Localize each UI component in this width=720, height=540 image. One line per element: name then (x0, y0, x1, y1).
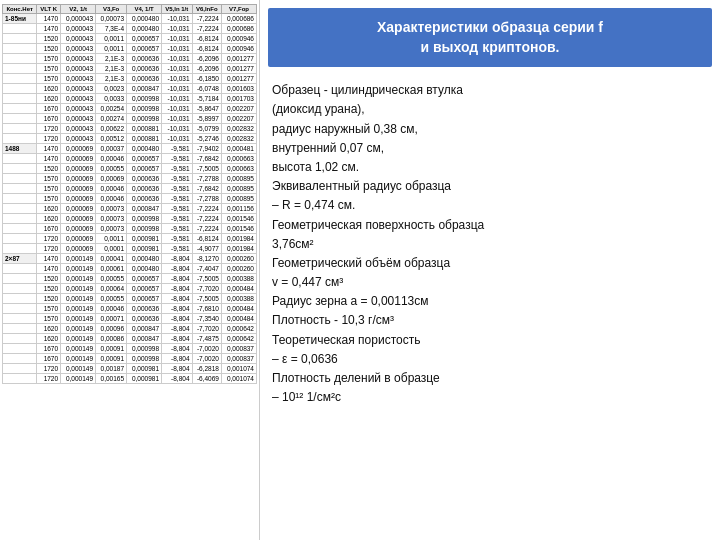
table-cell: 0,001277 (221, 64, 256, 74)
table-cell: 0,002207 (221, 114, 256, 124)
table-row: 15700,0000690,000460,000636-9,581-7,2788… (3, 194, 257, 204)
table-cell: -7,0020 (192, 344, 221, 354)
table-cell: 0,0023 (96, 84, 127, 94)
table-cell: -10,031 (162, 94, 192, 104)
col-header-v4: V4, 1/T (127, 5, 162, 14)
table-row: 15700,0000690,000460,000636-9,581-7,6842… (3, 184, 257, 194)
table-cell: 0,000636 (127, 304, 162, 314)
row-group-id (3, 324, 37, 334)
col-header-v5: V5,ln 1/t (162, 5, 192, 14)
table-cell: 0,000663 (221, 164, 256, 174)
row-group-id (3, 134, 37, 144)
description-line: Эквивалентный радиус образца (272, 177, 708, 196)
col-header-v3: V3,Fo (96, 5, 127, 14)
table-cell: 1720 (37, 134, 61, 144)
table-cell: 1520 (37, 34, 61, 44)
table-cell: 0,001603 (221, 84, 256, 94)
table-cell: 0,000069 (61, 154, 96, 164)
table-cell: 0,000998 (127, 114, 162, 124)
description-line: Плотность делений в образце (272, 369, 708, 388)
table-cell: -7,2224 (192, 224, 221, 234)
table-cell: -7,3540 (192, 314, 221, 324)
table-cell: 0,000481 (221, 144, 256, 154)
table-cell: 0,000388 (221, 294, 256, 304)
description-line: Образец - цилиндрическая втулка (272, 81, 708, 100)
table-cell: -9,581 (162, 154, 192, 164)
table-cell: 0,00046 (96, 304, 127, 314)
row-group-id (3, 234, 37, 244)
table-cell: 1720 (37, 374, 61, 384)
table-cell: 0,000043 (61, 74, 96, 84)
table-cell: -7,4047 (192, 264, 221, 274)
table-cell: 1570 (37, 314, 61, 324)
table-row: 14700,0001490,000610,000480-8,804-7,4047… (3, 264, 257, 274)
table-cell: 0,001156 (221, 204, 256, 214)
table-cell: 0,00091 (96, 344, 127, 354)
table-cell: 0,000636 (127, 74, 162, 84)
table-cell: 0,000636 (127, 64, 162, 74)
col-header-v2: V2, 1/t (61, 5, 96, 14)
table-cell: -7,6810 (192, 304, 221, 314)
row-group-id (3, 44, 37, 54)
table-cell: -7,2788 (192, 194, 221, 204)
table-cell: 2,1E-3 (96, 64, 127, 74)
col-header-v7: V7,Fop (221, 5, 256, 14)
table-cell: 0,000149 (61, 284, 96, 294)
table-row: 1-85ни14700,0000430,000730,000480-10,031… (3, 14, 257, 24)
table-cell: 0,00037 (96, 144, 127, 154)
table-cell: 0,000663 (221, 154, 256, 164)
table-cell: 0,000069 (61, 144, 96, 154)
table-cell: 0,000480 (127, 144, 162, 154)
table-cell: 0,000636 (127, 174, 162, 184)
table-cell: 0,000837 (221, 354, 256, 364)
row-group-id (3, 94, 37, 104)
row-group-id (3, 74, 37, 84)
table-cell: 0,001277 (221, 54, 256, 64)
table-row: 17200,0000430,005120,000881-10,031-5,274… (3, 134, 257, 144)
table-cell: -8,804 (162, 274, 192, 284)
row-group-id (3, 304, 37, 314)
table-row: 17200,0000690,00110,000981-9,581-6,81240… (3, 234, 257, 244)
table-cell: -6,2096 (192, 54, 221, 64)
table-cell: 1520 (37, 164, 61, 174)
table-cell: -9,581 (162, 234, 192, 244)
table-cell: 0,000657 (127, 164, 162, 174)
table-cell: 0,000847 (127, 204, 162, 214)
table-cell: -8,1270 (192, 254, 221, 264)
table-cell: 1670 (37, 104, 61, 114)
table-cell: -7,2224 (192, 14, 221, 24)
table-cell: 0,000881 (127, 124, 162, 134)
table-cell: -7,2224 (192, 24, 221, 34)
table-cell: 0,000043 (61, 14, 96, 24)
table-cell: 0,0001 (96, 244, 127, 254)
table-cell: 0,00071 (96, 314, 127, 324)
table-cell: 0,001546 (221, 224, 256, 234)
table-cell: -6,1850 (192, 74, 221, 84)
table-cell: 0,000480 (127, 24, 162, 34)
table-row: 15700,0000432,1E-30,000636-10,031-6,2096… (3, 54, 257, 64)
table-cell: 7,3E-4 (96, 24, 127, 34)
table-cell: -7,5005 (192, 164, 221, 174)
table-cell: 0,000043 (61, 44, 96, 54)
table-cell: 0,000686 (221, 14, 256, 24)
table-cell: -8,804 (162, 304, 192, 314)
table-cell: 0,001984 (221, 244, 256, 254)
table-cell: 0,000480 (127, 14, 162, 24)
table-cell: 0,00622 (96, 124, 127, 134)
table-cell: 0,000069 (61, 164, 96, 174)
table-cell: 0,00073 (96, 214, 127, 224)
table-cell: -8,804 (162, 254, 192, 264)
table-cell: 1570 (37, 304, 61, 314)
table-cell: 0,00064 (96, 284, 127, 294)
table-cell: 0,000149 (61, 354, 96, 364)
table-cell: 1520 (37, 274, 61, 284)
table-cell: 0,000998 (127, 104, 162, 114)
table-cell: 1620 (37, 324, 61, 334)
table-cell: -7,2788 (192, 174, 221, 184)
row-group-id (3, 104, 37, 114)
table-cell: 1470 (37, 14, 61, 24)
table-row: 17200,0001490,001870,000981-8,804-6,2818… (3, 364, 257, 374)
table-row: 16200,0000690,000730,000998-9,581-7,2224… (3, 214, 257, 224)
table-cell: 0,000149 (61, 274, 96, 284)
table-cell: 0,000149 (61, 304, 96, 314)
